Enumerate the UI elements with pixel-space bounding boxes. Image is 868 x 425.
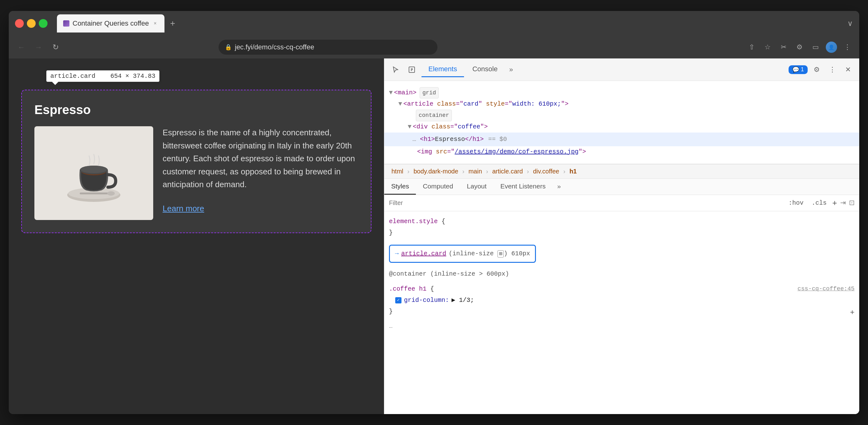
breadcrumb-h1[interactable]: h1 bbox=[567, 167, 579, 176]
breadcrumb-main[interactable]: main bbox=[466, 167, 484, 176]
dom-tag-h1: <h1>Espresso</h1> bbox=[420, 134, 484, 145]
breadcrumb-div[interactable]: div.coffee bbox=[531, 167, 562, 176]
dom-tag-div: <div class="coffee"> bbox=[413, 121, 488, 132]
css-element-style-close: } bbox=[389, 227, 855, 238]
tab-console[interactable]: Console bbox=[466, 62, 505, 77]
filter-indent-icon[interactable]: ⇥ bbox=[840, 199, 846, 207]
traffic-lights bbox=[15, 19, 48, 28]
svg-point-7 bbox=[80, 166, 107, 173]
espresso-illustration bbox=[63, 139, 125, 207]
filter-hov[interactable]: :hov bbox=[786, 198, 806, 208]
split-view-icon[interactable]: ▭ bbox=[810, 41, 821, 53]
address-input[interactable]: 🔒 jec.fyi/demo/css-cq-coffee bbox=[219, 40, 437, 55]
lock-icon: 🔒 bbox=[225, 44, 232, 51]
cq-arrow-icon: → bbox=[395, 248, 399, 259]
devtools-header: Elements Console » 💬 1 ⚙ ⋮ ✕ bbox=[384, 59, 859, 81]
filter-input[interactable] bbox=[389, 199, 781, 206]
property-name: grid-column: bbox=[404, 295, 449, 306]
console-badge[interactable]: 💬 1 bbox=[788, 65, 808, 74]
filter-options: :hov .cls + ⇥ ⊡ bbox=[786, 198, 855, 208]
espresso-card: Espresso bbox=[21, 90, 371, 233]
dom-badge-grid: grid bbox=[420, 87, 439, 98]
tab-styles[interactable]: Styles bbox=[384, 179, 416, 195]
card-body: Espresso is the name of a highly concent… bbox=[34, 126, 358, 220]
css-element-style-selector: element.style { bbox=[389, 216, 855, 227]
breadcrumb-html[interactable]: html bbox=[389, 167, 406, 176]
inspect-cursor-icon[interactable] bbox=[389, 63, 402, 76]
devtools-more-menu-icon[interactable]: ⋮ bbox=[826, 63, 839, 76]
dom-line-div[interactable]: ▼ <div class="coffee"> bbox=[389, 121, 855, 132]
at-container-selector: @container (inline-size > 600px) bbox=[389, 268, 855, 280]
new-tab-button[interactable]: + bbox=[166, 17, 179, 30]
more-options-icon[interactable]: ⋮ bbox=[842, 41, 853, 53]
tab-more-button[interactable]: » bbox=[506, 64, 516, 75]
devtools-close-button[interactable]: ✕ bbox=[841, 63, 855, 76]
card-title: Espresso bbox=[34, 103, 358, 117]
triangle-article[interactable]: ▼ bbox=[398, 98, 402, 110]
cq-selector-text[interactable]: article.card bbox=[401, 248, 446, 259]
dom-line-container-badge: container bbox=[389, 110, 855, 121]
maximize-traffic-light[interactable] bbox=[39, 19, 48, 28]
user-avatar[interactable]: 👤 bbox=[826, 41, 837, 53]
dom-line-article[interactable]: ▼ <article class="card" style="width: 61… bbox=[389, 98, 855, 110]
dom-line-img[interactable]: <img src="/assets/img/demo/cof-espresso.… bbox=[389, 146, 855, 158]
devtools-tabs: Elements Console » bbox=[422, 62, 785, 77]
bookmark-icon[interactable]: ☆ bbox=[762, 41, 773, 53]
breadcrumb-bar: html › body.dark-mode › main › article.c… bbox=[384, 164, 859, 179]
tab-close-button[interactable]: × bbox=[152, 20, 158, 27]
back-button[interactable]: ← bbox=[15, 41, 28, 54]
styles-tab-more[interactable]: » bbox=[553, 179, 566, 195]
close-traffic-light[interactable] bbox=[15, 19, 24, 28]
card-description: Espresso is the name of a highly concent… bbox=[163, 126, 358, 191]
ellipsis-icon: … bbox=[412, 134, 416, 145]
tooltip-dimensions: 654 × 374.83 bbox=[111, 72, 155, 80]
styles-tabs: Styles Computed Layout Event Listeners » bbox=[384, 179, 859, 195]
tab-elements[interactable]: Elements bbox=[422, 62, 464, 77]
window-minimize-button[interactable]: ∨ bbox=[847, 19, 853, 28]
browser-toolbar-right: ⇧ ☆ ✂ ⚙ ▭ 👤 ⋮ bbox=[746, 41, 853, 53]
inspect-element-icon[interactable] bbox=[405, 63, 418, 76]
cut-icon[interactable]: ✂ bbox=[778, 41, 789, 53]
source-link[interactable]: css-cq-coffee:45 bbox=[798, 284, 855, 294]
forward-button[interactable]: → bbox=[32, 41, 45, 54]
filter-layout-icon[interactable]: ⊡ bbox=[849, 199, 855, 207]
tab-bar: Container Queries coffee × + bbox=[57, 14, 843, 33]
dollar-zero: == $0 bbox=[488, 134, 507, 145]
css-rules: element.style { } → article.card (inline… bbox=[384, 211, 859, 414]
share-icon[interactable]: ⇧ bbox=[746, 41, 757, 53]
breadcrumb-body[interactable]: body.dark-mode bbox=[411, 167, 461, 176]
filter-add-button[interactable]: + bbox=[832, 198, 837, 208]
dom-line-main[interactable]: ▼ <main> grid bbox=[389, 87, 855, 98]
badge-icon: 💬 bbox=[792, 66, 799, 73]
tab-favicon bbox=[63, 20, 69, 27]
dom-line-h1[interactable]: … <h1>Espresso</h1> == $0 bbox=[384, 132, 859, 146]
minimize-traffic-light[interactable] bbox=[27, 19, 36, 28]
dom-tree: ▼ <main> grid ▼ <article class="card" st… bbox=[384, 81, 859, 164]
devtools-settings-icon[interactable]: ⚙ bbox=[810, 63, 823, 76]
css-property-grid-column[interactable]: ✓ grid-column: ▶ 1/3; bbox=[395, 295, 855, 306]
title-bar: Container Queries coffee × + ∨ bbox=[9, 11, 859, 36]
tab-event-listeners[interactable]: Event Listeners bbox=[493, 179, 553, 195]
triangle-main[interactable]: ▼ bbox=[389, 87, 393, 98]
css-rule-at-container: @container (inline-size > 600px) bbox=[389, 268, 855, 280]
tab-layout[interactable]: Layout bbox=[460, 179, 493, 195]
dom-tag-article: <article class="card" style="width: 610p… bbox=[403, 98, 568, 110]
filter-bar: :hov .cls + ⇥ ⊡ bbox=[384, 195, 859, 211]
cq-condition-text: (inline-size ⊞) 610px bbox=[449, 248, 530, 259]
container-query-rule[interactable]: → article.card (inline-size ⊞) 610px bbox=[389, 245, 536, 263]
devtools-panel: Elements Console » 💬 1 ⚙ ⋮ ✕ bbox=[384, 59, 859, 414]
breadcrumb-article[interactable]: article.card bbox=[490, 167, 525, 176]
active-tab[interactable]: Container Queries coffee × bbox=[57, 14, 164, 33]
filter-cls[interactable]: .cls bbox=[809, 198, 829, 208]
property-checkbox[interactable]: ✓ bbox=[395, 297, 401, 303]
badge-count: 1 bbox=[801, 66, 804, 73]
devtools-header-right: 💬 1 ⚙ ⋮ ✕ bbox=[788, 63, 855, 76]
extensions-icon[interactable]: ⚙ bbox=[794, 41, 805, 53]
tab-title: Container Queries coffee bbox=[72, 20, 149, 28]
property-value: ▶ 1/3; bbox=[452, 295, 474, 306]
triangle-div[interactable]: ▼ bbox=[408, 121, 411, 132]
learn-more-link[interactable]: Learn more bbox=[163, 204, 358, 214]
reload-button[interactable]: ↻ bbox=[50, 41, 62, 54]
tab-computed[interactable]: Computed bbox=[416, 179, 460, 195]
add-property-button[interactable]: + bbox=[850, 306, 855, 319]
